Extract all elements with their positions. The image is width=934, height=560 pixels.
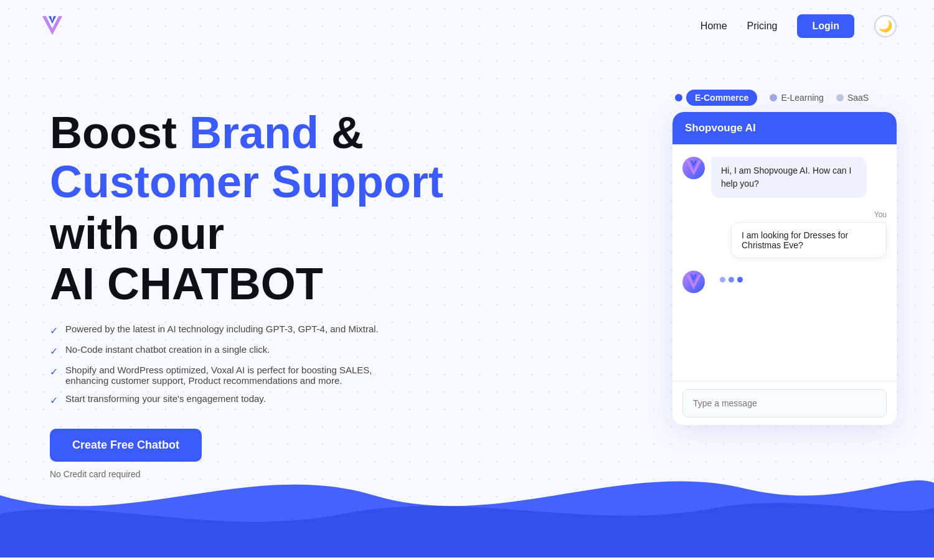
bot-message-1: Hi, I am Shopvouge AI. How can I help yo…	[682, 157, 887, 198]
hero-section: Boost Brand & Customer Support with our …	[50, 90, 648, 479]
hero-brand: Brand	[189, 108, 319, 157]
dot-1	[720, 277, 725, 282]
chat-box: Shopvouge AI Hi, I am Shopvouge AI. How …	[672, 112, 897, 425]
chat-message-input[interactable]	[682, 389, 887, 418]
tab-dot-ecommerce	[675, 94, 682, 101]
bot-avatar-icon	[682, 157, 705, 179]
dot-2	[729, 277, 734, 282]
bot-avatar-typing-icon	[682, 271, 705, 293]
check-icon-3: ✓	[50, 366, 58, 378]
check-icon-2: ✓	[50, 345, 58, 357]
hero-ampersand: &	[319, 108, 364, 157]
hero-headline-1: Boost Brand &	[50, 108, 648, 157]
user-bubble-1: I am looking for Dresses for Christmas E…	[731, 222, 887, 258]
nav-pricing[interactable]: Pricing	[747, 21, 778, 32]
nav-home[interactable]: Home	[700, 21, 727, 32]
tab-label-ecommerce[interactable]: E-Commerce	[686, 90, 757, 106]
logo-icon	[37, 11, 67, 41]
chat-input-area	[672, 381, 897, 425]
feature-item: ✓ Start transforming your site's engagem…	[50, 393, 411, 406]
no-credit-card-text: No Credit card required	[50, 469, 648, 479]
tab-dot-saas	[836, 94, 844, 101]
svg-marker-5	[691, 274, 697, 281]
svg-marker-0	[42, 16, 62, 35]
tab-dot-elearning	[770, 94, 777, 101]
tab-elearning[interactable]: E-Learning	[770, 93, 824, 103]
feature-text-3: Shopify and WordPress optimized, Voxal A…	[65, 365, 411, 386]
svg-marker-3	[691, 161, 697, 167]
bot-avatar	[682, 157, 705, 179]
moon-icon: 🌙	[879, 19, 892, 33]
logo[interactable]	[37, 11, 67, 41]
user-message-1: You I am looking for Dresses for Christm…	[682, 210, 887, 258]
svg-marker-4	[686, 274, 701, 289]
hero-headline-3: with our	[50, 209, 648, 258]
bot-bubble-1: Hi, I am Shopvouge AI. How can I help yo…	[711, 157, 867, 198]
login-button[interactable]: Login	[797, 14, 854, 38]
hero-boost: Boost	[50, 108, 189, 157]
tab-label-saas[interactable]: SaaS	[847, 93, 869, 103]
tab-saas[interactable]: SaaS	[836, 93, 869, 103]
feature-item: ✓ Powered by the latest in AI technology…	[50, 324, 411, 337]
create-chatbot-button[interactable]: Create Free Chatbot	[50, 429, 202, 462]
chat-widget: E-Commerce E-Learning SaaS Shopvouge AI	[672, 90, 897, 425]
chat-header: Shopvouge AI	[672, 112, 897, 144]
demo-tabs: E-Commerce E-Learning SaaS	[672, 90, 897, 106]
tab-ecommerce[interactable]: E-Commerce	[675, 90, 757, 106]
features-list: ✓ Powered by the latest in AI technology…	[50, 324, 648, 406]
svg-marker-2	[686, 161, 701, 175]
svg-marker-1	[49, 16, 56, 24]
typing-indicator	[682, 271, 887, 293]
hero-headline-2: Customer Support	[50, 157, 648, 207]
check-icon-4: ✓	[50, 394, 58, 406]
hero-headline-4: AI CHATBOT	[50, 261, 648, 306]
feature-text-1: Powered by the latest in AI technology i…	[65, 324, 379, 334]
dot-3	[737, 277, 743, 282]
feature-text-4: Start transforming your site's engagemen…	[65, 393, 266, 404]
feature-item: ✓ Shopify and WordPress optimized, Voxal…	[50, 365, 411, 386]
user-label: You	[874, 210, 887, 219]
feature-item: ✓ No-Code instant chatbot creation in a …	[50, 344, 411, 357]
chat-messages: Hi, I am Shopvouge AI. How can I help yo…	[672, 144, 897, 381]
check-icon-1: ✓	[50, 325, 58, 337]
dark-mode-toggle[interactable]: 🌙	[874, 15, 897, 37]
feature-text-2: No-Code instant chatbot creation in a si…	[65, 344, 270, 355]
bot-avatar-typing	[682, 271, 705, 293]
typing-dots	[711, 271, 752, 289]
tab-label-elearning[interactable]: E-Learning	[781, 93, 824, 103]
